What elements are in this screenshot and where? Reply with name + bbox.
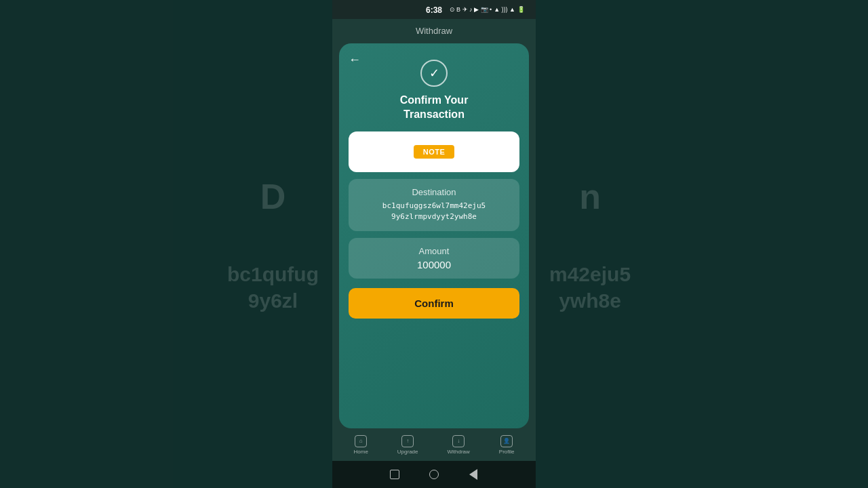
note-badge: NOTE <box>414 145 455 159</box>
title-line2: Transaction <box>403 108 465 120</box>
destination-label: Destination <box>355 187 513 197</box>
battery-icon: 🔋 <box>517 6 525 13</box>
triangle-icon <box>469 469 477 480</box>
bg-left-text: D bc1qufug 9y6zl <box>227 174 319 314</box>
transaction-card: ← ✓ Confirm Your Transaction NOTE Destin… <box>339 43 529 428</box>
nav-withdraw[interactable]: ↓ Withdraw <box>447 435 469 455</box>
android-nav-bar <box>332 461 536 488</box>
nav-upgrade-label: Upgrade <box>397 449 418 455</box>
confirm-title: Confirm Your Transaction <box>349 94 519 122</box>
destination-line2: 9y6zlrmpvdyyt2ywh8e <box>391 212 477 221</box>
top-header: Withdraw <box>332 19 536 39</box>
confirm-button[interactable]: Confirm <box>349 288 519 319</box>
bg-right-panel: n m42eju5 ywh8e <box>536 0 868 488</box>
status-bar: 6:38 ⊙ B ✈ ♪ ▶ 📷 • ▲ ))) ▲ 🔋 <box>332 0 536 19</box>
app-area: Withdraw ← ✓ Confirm Your Transaction NO… <box>332 19 536 461</box>
upgrade-icon: ↑ <box>401 435 414 447</box>
notification-icons: ⊙ B ✈ ♪ ▶ 📷 • <box>450 6 492 13</box>
nav-home-label: Home <box>353 449 368 455</box>
square-icon <box>390 470 399 479</box>
amount-box: Amount 100000 <box>349 238 519 279</box>
screenshot-wrapper: D bc1qufug 9y6zl n m42eju5 ywh8e 6:38 ⊙ … <box>0 0 868 488</box>
bg-left-panel: D bc1qufug 9y6zl <box>0 0 332 488</box>
destination-box: Destination bc1qufuggsz6wl7mm42eju5 9y6z… <box>349 179 519 231</box>
recent-apps-button[interactable] <box>389 468 401 481</box>
nav-upgrade[interactable]: ↑ Upgrade <box>397 435 418 455</box>
home-icon: ⌂ <box>355 435 367 447</box>
back-button[interactable]: ← <box>349 53 361 67</box>
phone-container: 6:38 ⊙ B ✈ ♪ ▶ 📷 • ▲ ))) ▲ 🔋 Withdraw ← … <box>332 0 536 488</box>
title-line1: Confirm Your <box>400 94 469 106</box>
checkmark: ✓ <box>429 66 439 81</box>
amount-label: Amount <box>355 246 513 256</box>
bg-right-text: n m42eju5 ywh8e <box>549 174 631 314</box>
destination-line1: bc1qufuggsz6wl7mm42eju5 <box>382 201 486 210</box>
bottom-nav: ⌂ Home ↑ Upgrade ↓ Withdraw 👤 Profile <box>332 428 536 461</box>
withdraw-icon: ↓ <box>452 435 465 447</box>
status-icons: ⊙ B ✈ ♪ ▶ 📷 • ▲ ))) ▲ 🔋 <box>450 6 525 13</box>
amount-value: 100000 <box>355 259 513 270</box>
destination-value: bc1qufuggsz6wl7mm42eju5 9y6zlrmpvdyyt2yw… <box>355 201 513 223</box>
check-icon: ✓ <box>420 60 448 87</box>
nav-profile[interactable]: 👤 Profile <box>499 435 515 455</box>
note-box: NOTE <box>349 131 519 172</box>
circle-icon <box>429 470 439 479</box>
nav-withdraw-label: Withdraw <box>447 449 469 455</box>
back-nav-button[interactable] <box>467 468 479 481</box>
home-button[interactable] <box>428 468 440 481</box>
status-time: 6:38 <box>426 5 442 15</box>
nav-profile-label: Profile <box>499 449 515 455</box>
profile-icon: 👤 <box>500 435 513 447</box>
nav-home[interactable]: ⌂ Home <box>353 435 368 455</box>
page-title: Withdraw <box>416 26 452 36</box>
wifi-icon: ▲ ))) ▲ <box>494 6 515 13</box>
